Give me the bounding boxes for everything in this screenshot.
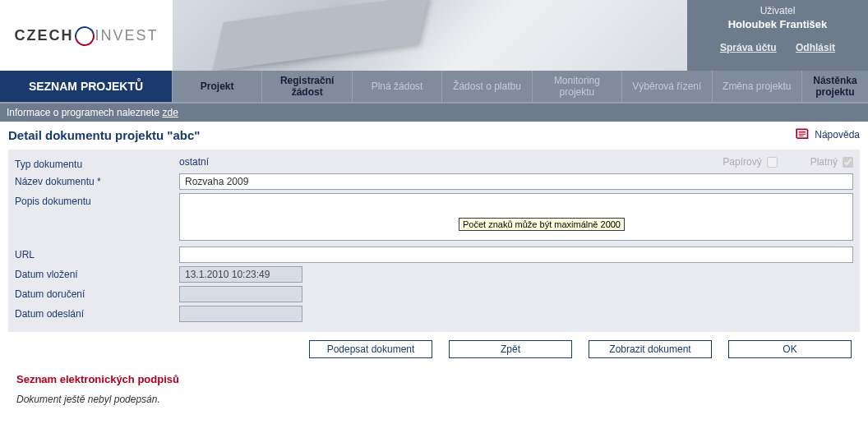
nav-plna-zadost[interactable]: Plná žádost xyxy=(353,71,442,102)
content: Detail dokumentu projektu "abc" Nápověda… xyxy=(0,122,868,426)
label-typ: Typ dokumentu xyxy=(15,156,179,170)
header: CZECHINVEST Uživatel Holoubek František … xyxy=(0,0,868,71)
user-label: Uživatel xyxy=(694,5,861,16)
form-area: Typ dokumentu ostatní Papírový Platný Ná… xyxy=(8,150,860,332)
value-datum-vlozeni xyxy=(179,266,302,283)
help-link[interactable]: Nápověda xyxy=(793,127,860,143)
nav-registracni-zadost[interactable]: Registrační žádost xyxy=(262,71,352,102)
page-title: Detail dokumentu projektu "abc" xyxy=(8,128,200,142)
logout-link[interactable]: Odhlásit xyxy=(796,42,835,53)
info-bar: Informace o programech naleznete zde xyxy=(0,104,868,122)
main-nav: SEZNAM PROJEKTŮ Projekt Registrační žádo… xyxy=(0,71,868,104)
checkbox-platny-wrap: Platný xyxy=(810,156,853,168)
checkbox-papirovy-wrap: Papírový xyxy=(723,156,777,168)
value-typ: ostatní xyxy=(179,156,209,168)
zobrazit-button[interactable]: Zobrazit dokument xyxy=(589,340,712,358)
nav-projekt[interactable]: Projekt xyxy=(173,71,262,102)
user-name: Holoubek František xyxy=(694,18,861,30)
nav-vyberova-rizeni[interactable]: Výběrová řízení xyxy=(622,71,712,102)
label-datum-odeslani: Datum odeslání xyxy=(15,306,179,320)
tooltip-char-limit: Počet znaků může být maximálně 2000 xyxy=(459,218,625,231)
zpet-button[interactable]: Zpět xyxy=(449,340,572,358)
textarea-popis[interactable] xyxy=(179,193,853,241)
logo-area: CZECHINVEST xyxy=(0,0,173,71)
button-row: Podepsat dokument Zpět Zobrazit dokument… xyxy=(8,332,860,370)
logo-text-dark: CZECH xyxy=(14,27,73,44)
label-nazev: Název dokumentu * xyxy=(15,173,179,187)
input-nazev[interactable] xyxy=(179,173,853,190)
title-bar: Detail dokumentu projektu "abc" Nápověda xyxy=(8,127,860,143)
value-datum-doruceni xyxy=(179,286,302,302)
ok-button[interactable]: OK xyxy=(728,340,852,358)
checkbox-platny-label: Platný xyxy=(810,156,838,168)
label-url: URL xyxy=(15,247,179,260)
podepsat-button[interactable]: Podepsat dokument xyxy=(309,340,432,358)
info-text: Informace o programech naleznete xyxy=(7,107,162,118)
nav-seznam-projektu[interactable]: SEZNAM PROJEKTŮ xyxy=(0,71,173,102)
nav-zadost-o-platbu[interactable]: Žádost o platbu xyxy=(442,71,532,102)
logo-icon xyxy=(75,26,93,44)
nav-zmena-projektu[interactable]: Změna projektu xyxy=(713,71,802,102)
help-label: Nápověda xyxy=(815,129,860,141)
info-link[interactable]: zde xyxy=(162,107,178,118)
label-datum-doruceni: Datum doručení xyxy=(15,286,179,300)
input-url[interactable] xyxy=(179,247,853,263)
nav-nastenka[interactable]: Nástěnka projektu xyxy=(802,71,868,102)
logo-text-light: INVEST xyxy=(95,27,158,44)
account-link[interactable]: Správa účtu xyxy=(720,42,777,53)
nav-monitoring[interactable]: Monitoring projektu xyxy=(533,71,622,102)
user-panel: Uživatel Holoubek František Správa účtu … xyxy=(687,0,868,71)
help-icon xyxy=(793,127,810,143)
signatures-title: Seznam elektronických podpisů xyxy=(8,370,860,389)
checkbox-papirovy[interactable] xyxy=(767,157,778,168)
signatures-status: Dokument ještě nebyl podepsán. xyxy=(8,389,860,417)
checkbox-platny[interactable] xyxy=(843,157,853,168)
logo[interactable]: CZECHINVEST xyxy=(14,26,158,44)
label-popis: Popis dokumentu xyxy=(15,193,179,207)
label-datum-vlozeni: Datum vložení xyxy=(15,266,179,280)
checkbox-papirovy-label: Papírový xyxy=(723,156,761,168)
banner-image xyxy=(173,0,687,71)
value-datum-odeslani xyxy=(179,306,302,322)
